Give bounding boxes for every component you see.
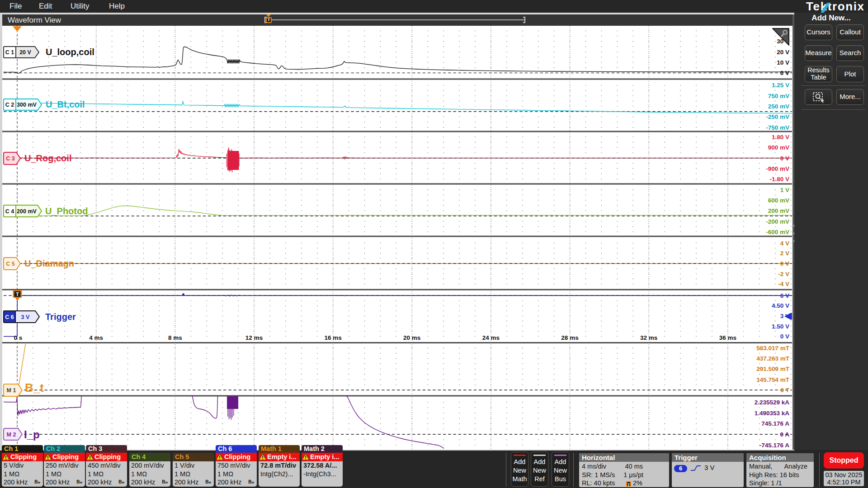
svg-text:4 V: 4 V (780, 240, 789, 247)
svg-text:I_p: I_p (24, 428, 40, 441)
svg-text:2 V: 2 V (780, 250, 789, 257)
svg-text:20 ms: 20 ms (403, 334, 420, 341)
svg-text:C 1: C 1 (5, 49, 14, 56)
svg-text:20 V: 20 V (777, 49, 789, 56)
svg-text:745.176 A: 745.176 A (761, 420, 789, 427)
svg-text:437.263 mT: 437.263 mT (756, 355, 790, 362)
svg-text:750 mV: 750 mV (768, 93, 789, 99)
svg-text:1 V: 1 V (780, 187, 789, 193)
svg-text:U_Diamagn: U_Diamagn (24, 258, 74, 268)
svg-text:10 V: 10 V (777, 59, 789, 66)
svg-text:B_t: B_t (25, 381, 44, 394)
svg-text:-1.80 V: -1.80 V (769, 176, 789, 183)
svg-text:32 ms: 32 ms (640, 334, 657, 341)
svg-text:0 V: 0 V (780, 260, 789, 267)
svg-text:20 V: 20 V (19, 49, 31, 56)
svg-text:-250 mV: -250 mV (766, 113, 789, 120)
svg-text:250 mV: 250 mV (768, 103, 789, 110)
svg-text:-745.176 A: -745.176 A (760, 442, 790, 449)
svg-text:1.80 V: 1.80 V (772, 134, 789, 141)
svg-text:291.509 mT: 291.509 mT (756, 366, 790, 372)
svg-text:200 mV: 200 mV (17, 208, 37, 215)
svg-text:16 ms: 16 ms (324, 334, 341, 341)
svg-text:-4 V: -4 V (778, 281, 789, 287)
svg-text:M 1: M 1 (7, 387, 16, 394)
svg-text:T: T (16, 291, 19, 297)
svg-text:U_Rog,coil: U_Rog,coil (24, 153, 71, 163)
svg-text:C 3: C 3 (6, 155, 15, 162)
svg-text:1.490353 kA: 1.490353 kA (755, 410, 790, 417)
svg-text:8 ms: 8 ms (168, 334, 182, 341)
svg-text:2.235529 kA: 2.235529 kA (755, 399, 790, 406)
svg-text:28 ms: 28 ms (561, 334, 578, 341)
svg-text:145.754 mT: 145.754 mT (756, 376, 790, 383)
svg-text:900 mV: 900 mV (768, 144, 789, 151)
svg-text:C 5: C 5 (6, 261, 15, 267)
svg-text:583.017 mT: 583.017 mT (756, 345, 790, 352)
svg-text:Trigger: Trigger (45, 312, 76, 322)
svg-text:-600 mV: -600 mV (766, 229, 789, 235)
svg-text:-750 mV: -750 mV (766, 124, 789, 131)
svg-text:0 V: 0 V (780, 70, 789, 76)
svg-text:C 6: C 6 (5, 314, 14, 320)
svg-text:0 A: 0 A (780, 431, 789, 438)
svg-text:0 V: 0 V (780, 155, 789, 162)
svg-text:4 ms: 4 ms (89, 334, 103, 341)
svg-text:C 4: C 4 (5, 208, 14, 215)
svg-text:1.50 V: 1.50 V (772, 323, 789, 330)
svg-text:U_loop,coil: U_loop,coil (46, 47, 94, 57)
svg-text:3 V: 3 V (21, 314, 30, 320)
svg-text:-900 mV: -900 mV (766, 165, 789, 172)
svg-text:600 mV: 600 mV (768, 197, 789, 204)
svg-text:6 V: 6 V (780, 292, 789, 299)
svg-text:300 mV: 300 mV (17, 102, 37, 108)
svg-text:12 ms: 12 ms (245, 334, 263, 341)
svg-text:U_Bt,coil: U_Bt,coil (46, 99, 85, 109)
svg-text:0 V: 0 V (780, 333, 789, 340)
svg-text:-2 V: -2 V (778, 271, 789, 277)
svg-text:24 ms: 24 ms (482, 334, 500, 341)
svg-text:1.25 V: 1.25 V (772, 82, 789, 89)
svg-text:C 2: C 2 (5, 102, 14, 108)
svg-text:-200 mV: -200 mV (766, 218, 789, 225)
svg-text:Tektronix: Tektronix (806, 0, 864, 13)
svg-text:0 s: 0 s (14, 334, 23, 341)
svg-text:U_Photod: U_Photod (45, 206, 88, 216)
svg-text:M 2: M 2 (7, 432, 16, 438)
svg-text:0 T: 0 T (780, 387, 789, 394)
svg-text:200 mV: 200 mV (768, 207, 789, 214)
svg-text:36 ms: 36 ms (719, 334, 736, 341)
svg-text:4.50 V: 4.50 V (772, 302, 789, 309)
